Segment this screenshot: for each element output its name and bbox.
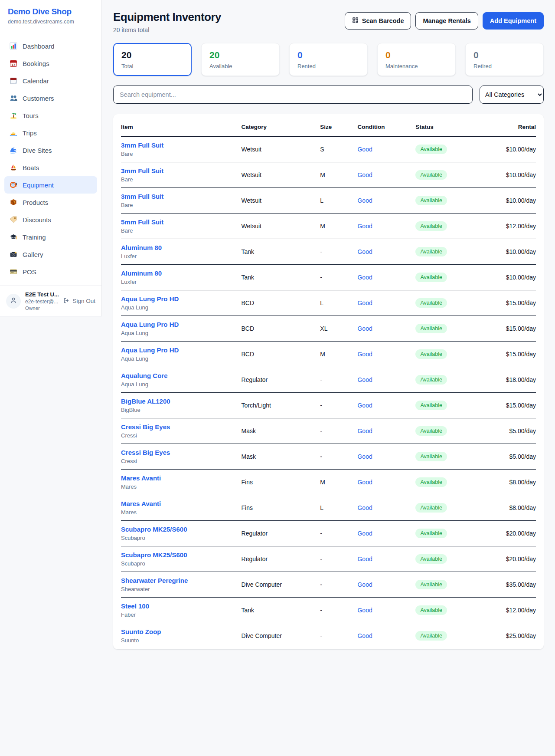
stat-card-retired[interactable]: 0 Retired: [465, 43, 544, 76]
condition-link[interactable]: Good: [357, 479, 372, 486]
condition-link[interactable]: Good: [357, 223, 372, 230]
graduation-cap-icon: [10, 233, 17, 241]
condition-link[interactable]: Good: [357, 607, 372, 614]
filter-row: All Categories: [113, 85, 544, 104]
item-name-link[interactable]: 5mm Full Suit: [121, 218, 238, 226]
sidebar-item-dive-sites[interactable]: Dive Sites: [4, 141, 97, 159]
sidebar-item-equipment[interactable]: Equipment: [4, 176, 97, 194]
condition-link[interactable]: Good: [357, 632, 372, 639]
item-name-link[interactable]: Cressi Big Eyes: [121, 449, 238, 456]
item-size: XL: [320, 316, 357, 342]
status-badge: Available: [415, 452, 447, 461]
stat-value: 20: [209, 50, 271, 60]
condition-link[interactable]: Good: [357, 402, 372, 409]
add-equipment-button[interactable]: Add Equipment: [483, 12, 544, 30]
category-select[interactable]: All Categories: [480, 85, 544, 104]
table-row: 3mm Full Suit Bare Wetsuit S Good Availa…: [121, 136, 536, 162]
condition-link[interactable]: Good: [357, 530, 372, 537]
item-name-link[interactable]: Mares Avanti: [121, 474, 238, 482]
item-name-link[interactable]: Suunto Zoop: [121, 628, 238, 635]
condition-link[interactable]: Good: [357, 427, 372, 434]
sidebar-item-boats[interactable]: Boats: [4, 159, 97, 176]
status-badge: Available: [415, 426, 447, 436]
sidebar-item-bookings[interactable]: 17 Bookings: [4, 55, 97, 72]
item-name-link[interactable]: Aqua Lung Pro HD: [121, 321, 238, 328]
status-badge: Available: [415, 196, 447, 205]
item-name-link[interactable]: BigBlue AL1200: [121, 398, 238, 405]
sidebar-item-discounts[interactable]: Discounts: [4, 211, 97, 228]
stat-card-total[interactable]: 20 Total: [113, 43, 192, 76]
item-brand: Faber: [121, 611, 238, 618]
item-brand: Suunto: [121, 637, 238, 644]
condition-link[interactable]: Good: [357, 299, 372, 306]
condition-link[interactable]: Good: [357, 325, 372, 332]
condition-link[interactable]: Good: [357, 248, 372, 255]
item-rental-rate: $20.00/day: [486, 521, 536, 546]
condition-link[interactable]: Good: [357, 555, 372, 562]
column-header-item: Item: [121, 116, 242, 136]
column-header-category: Category: [242, 116, 320, 136]
sidebar-item-customers[interactable]: Customers: [4, 89, 97, 107]
item-size: -: [320, 444, 357, 470]
item-name-link[interactable]: Shearwater Peregrine: [121, 577, 238, 584]
item-name-link[interactable]: Aluminum 80: [121, 270, 238, 277]
manage-rentals-button[interactable]: Manage Rentals: [415, 12, 478, 30]
item-name-link[interactable]: Aluminum 80: [121, 244, 238, 251]
speedboat-icon: [10, 129, 17, 137]
item-name-link[interactable]: Steel 100: [121, 602, 238, 610]
item-name-link[interactable]: Scubapro MK25/S600: [121, 526, 238, 533]
sidebar-item-calendar[interactable]: Calendar: [4, 72, 97, 89]
brand-title[interactable]: Demo Dive Shop: [8, 7, 94, 16]
condition-link[interactable]: Good: [357, 274, 372, 281]
item-size: S: [320, 136, 357, 162]
table-row: Shearwater Peregrine Shearwater Dive Com…: [121, 572, 536, 598]
item-name-link[interactable]: Mares Avanti: [121, 500, 238, 507]
stat-card-maintenance[interactable]: 0 Maintenance: [377, 43, 456, 76]
sidebar-item-gallery[interactable]: Gallery: [4, 246, 97, 263]
sidebar-nav: Dashboard 17 Bookings Calendar Customers…: [0, 31, 101, 286]
sidebar-item-pos[interactable]: POS: [4, 263, 97, 280]
item-name-link[interactable]: Cressi Big Eyes: [121, 423, 238, 431]
page-title: Equipment Inventory: [113, 10, 221, 24]
condition-link[interactable]: Good: [357, 504, 372, 511]
status-badge: Available: [415, 554, 447, 564]
item-name-link[interactable]: Aqua Lung Pro HD: [121, 295, 238, 302]
item-name-link[interactable]: 3mm Full Suit: [121, 141, 238, 149]
item-name-link[interactable]: 3mm Full Suit: [121, 193, 238, 200]
sign-out-button[interactable]: Sign Out: [63, 297, 95, 305]
sidebar-item-training[interactable]: Training: [4, 228, 97, 246]
condition-link[interactable]: Good: [357, 376, 372, 383]
condition-link[interactable]: Good: [357, 581, 372, 588]
sidebar-item-tours[interactable]: Tours: [4, 107, 97, 124]
item-rental-rate: $5.00/day: [486, 418, 536, 444]
item-rental-rate: $10.00/day: [486, 136, 536, 162]
item-name-link[interactable]: Aqua Lung Pro HD: [121, 346, 238, 354]
item-name-link[interactable]: 3mm Full Suit: [121, 167, 238, 174]
sidebar-item-products[interactable]: Products: [4, 194, 97, 211]
item-category: Regulator: [242, 521, 320, 546]
search-input[interactable]: [113, 85, 473, 104]
item-brand: Aqua Lung: [121, 330, 238, 336]
status-badge: Available: [415, 401, 447, 410]
item-name-link[interactable]: Aqualung Core: [121, 372, 238, 379]
item-category: Regulator: [242, 546, 320, 572]
item-name-link[interactable]: Scubapro MK25/S600: [121, 551, 238, 559]
stat-card-rented[interactable]: 0 Rented: [289, 43, 368, 76]
item-rental-rate: $10.00/day: [486, 239, 536, 265]
user-role: Owner: [25, 306, 59, 311]
status-badge: Available: [415, 349, 447, 359]
status-badge: Available: [415, 247, 447, 256]
scan-barcode-button[interactable]: Scan Barcode: [345, 12, 411, 30]
status-badge: Available: [415, 503, 447, 513]
sidebar-item-dashboard[interactable]: Dashboard: [4, 37, 97, 55]
stat-card-available[interactable]: 20 Available: [201, 43, 280, 76]
condition-link[interactable]: Good: [357, 146, 372, 153]
item-category: Wetsuit: [242, 136, 320, 162]
condition-link[interactable]: Good: [357, 453, 372, 460]
item-rental-rate: $18.00/day: [486, 367, 536, 393]
items-total-count: 20 items total: [113, 26, 221, 33]
condition-link[interactable]: Good: [357, 197, 372, 204]
sidebar-item-trips[interactable]: Trips: [4, 124, 97, 141]
condition-link[interactable]: Good: [357, 351, 372, 358]
condition-link[interactable]: Good: [357, 171, 372, 178]
